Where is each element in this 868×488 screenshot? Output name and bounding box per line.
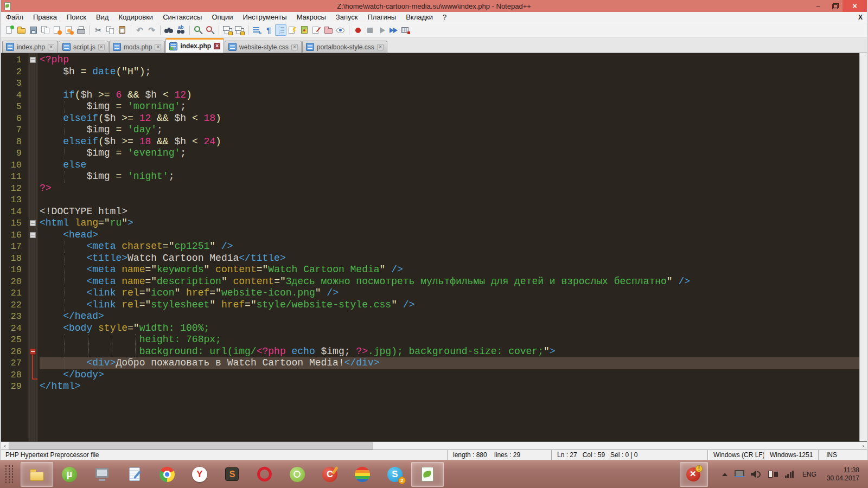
horizontal-scrollbar[interactable]: ‹ ›	[1, 441, 867, 450]
code-area[interactable]: <?php $h = date("H"); if($h >= 6 && $h <…	[38, 53, 859, 441]
open-file-icon[interactable]	[16, 24, 27, 36]
taskbar-notepad[interactable]	[118, 462, 151, 487]
taskbar-notepad-plus-plus[interactable]	[411, 462, 444, 487]
restore-button[interactable]	[826, 0, 843, 12]
menu-item-8[interactable]: Инструменты	[238, 12, 292, 23]
menu-item-3[interactable]: Поиск	[62, 12, 91, 23]
code-line-2[interactable]: $h = date("H");	[40, 66, 859, 78]
volume-icon[interactable]	[751, 470, 762, 479]
fold-marker[interactable]	[30, 232, 36, 238]
code-line-12[interactable]: ?>	[40, 183, 859, 195]
tab-close-icon[interactable]: ×	[98, 44, 105, 50]
code-line-9[interactable]: $img = 'evening';	[40, 147, 859, 159]
keyboard-language[interactable]: ENG	[802, 471, 816, 478]
menu-item-11[interactable]: Плагины	[363, 12, 401, 23]
menu-item-7[interactable]: Опции	[207, 12, 238, 23]
paste-icon[interactable]	[117, 24, 128, 36]
code-line-5[interactable]: $img = 'morning';	[40, 101, 859, 113]
zoom-in-icon[interactable]	[193, 24, 204, 36]
show-all-characters-icon[interactable]	[263, 24, 275, 36]
scroll-left-arrow-icon[interactable]: ‹	[1, 442, 9, 449]
tab-script.js[interactable]: script.js×	[59, 41, 108, 53]
zoom-out-icon[interactable]	[205, 24, 216, 36]
tab-website-style.css[interactable]: website-style.css×	[225, 41, 302, 53]
antivirus-alert-button[interactable]: !	[680, 462, 708, 487]
code-line-10[interactable]: else	[40, 159, 859, 171]
taskbar-clock[interactable]: 11:38 30.04.2017	[827, 466, 859, 483]
menu-item-1[interactable]: Файл	[1, 12, 28, 23]
menu-item-13[interactable]: ?	[438, 12, 451, 23]
function-list-icon[interactable]	[287, 24, 298, 36]
document-map-icon[interactable]	[299, 24, 310, 36]
code-line-1[interactable]: <?php	[40, 54, 859, 66]
taskbar-sublime-text[interactable]: S	[216, 462, 248, 487]
code-line-3[interactable]	[40, 78, 859, 89]
undo-icon[interactable]	[134, 24, 145, 36]
tab-close-icon[interactable]: ×	[291, 44, 298, 50]
close-button[interactable]: ×	[843, 0, 867, 12]
redo-icon[interactable]	[146, 24, 157, 36]
code-line-7[interactable]: $img = 'day';	[40, 124, 859, 136]
scroll-right-arrow-icon[interactable]: ›	[859, 442, 867, 449]
code-line-24[interactable]: <body style="width: 100%;	[40, 323, 859, 335]
menu-item-5[interactable]: Кодировки	[113, 12, 158, 23]
taskbar-android-studio[interactable]	[281, 462, 314, 487]
vertical-scrollbar[interactable]	[859, 53, 867, 441]
code-line-26[interactable]: background: url(img/<?php echo $img; ?>.…	[40, 346, 859, 358]
network-signal-icon[interactable]	[784, 470, 795, 479]
macro-stop-icon[interactable]	[364, 24, 375, 36]
sync-vertical-icon[interactable]	[222, 24, 233, 36]
sync-horizontal-icon[interactable]	[234, 24, 245, 36]
find-icon[interactable]	[163, 24, 175, 36]
copy-icon[interactable]	[105, 24, 116, 36]
fold-marker[interactable]	[30, 220, 36, 226]
menu-item-4[interactable]: Вид	[91, 12, 114, 23]
indent-guide-icon[interactable]	[275, 24, 286, 36]
code-line-25[interactable]: height: 768px;	[40, 334, 859, 346]
code-line-13[interactable]	[40, 194, 859, 206]
taskbar-chrome[interactable]	[151, 462, 183, 487]
code-line-18[interactable]: <title>Watch Cartoon Media</title>	[40, 253, 859, 265]
tab-mods.php[interactable]: mods.php×	[109, 41, 165, 53]
code-line-16[interactable]: <head>	[40, 229, 859, 241]
taskbar-rainbow-app[interactable]	[346, 462, 379, 487]
menu-item-9[interactable]: Макросы	[292, 12, 331, 23]
menu-item-6[interactable]: Синтаксисы	[158, 12, 207, 23]
code-line-19[interactable]: <meta name="keywords" content="Watch Car…	[40, 264, 859, 276]
tab-close-icon[interactable]: ×	[48, 44, 54, 50]
horizontal-scrollbar-thumb[interactable]	[9, 442, 373, 450]
document-list-icon[interactable]	[311, 24, 322, 36]
print-icon[interactable]	[75, 24, 87, 36]
save-icon[interactable]	[28, 24, 39, 36]
code-line-29[interactable]: </html>	[40, 381, 859, 393]
minimize-button[interactable]: –	[810, 0, 826, 12]
word-wrap-icon[interactable]	[251, 24, 263, 36]
pen-battery-icon[interactable]	[768, 470, 778, 479]
code-line-27[interactable]: <div>Добро пожаловать в Watch Cartoon Me…	[40, 357, 859, 369]
new-file-icon[interactable]	[4, 24, 15, 36]
taskbar-yandex-browser[interactable]: Y	[183, 462, 216, 487]
tab-close-icon[interactable]: ×	[377, 44, 384, 50]
code-line-15[interactable]: <html lang="ru">	[40, 217, 859, 229]
taskbar-opera[interactable]	[248, 462, 281, 487]
title-bar[interactable]: Z:\home\watch-cartoon-media.su\www\index…	[1, 0, 867, 12]
cut-icon[interactable]	[93, 24, 104, 36]
display-icon[interactable]	[734, 470, 745, 479]
fold-marker[interactable]	[30, 57, 36, 63]
hidden-icons-arrow-icon[interactable]	[722, 470, 728, 479]
code-line-11[interactable]: $img = 'night';	[40, 171, 859, 183]
code-line-6[interactable]: elseif($h >= 12 && $h < 18)	[40, 113, 859, 125]
close-file-icon[interactable]	[52, 24, 63, 36]
code-line-8[interactable]: elseif($h >= 18 && $h < 24)	[40, 136, 859, 148]
tab-index.php[interactable]: index.php×	[165, 38, 224, 53]
macro-play-icon[interactable]	[376, 24, 387, 36]
code-line-21[interactable]: <link rel="icon" href="website-icon.png"…	[40, 287, 859, 299]
replace-icon[interactable]	[175, 24, 187, 36]
taskbar-system-monitor[interactable]	[86, 462, 118, 487]
macro-save-icon[interactable]	[400, 24, 411, 36]
tab-close-icon[interactable]: ×	[155, 44, 161, 50]
code-line-17[interactable]: <meta charset="cp1251" />	[40, 241, 859, 253]
menubar-close-icon[interactable]: X	[858, 14, 863, 21]
fold-marker[interactable]	[30, 349, 36, 355]
taskbar-file-explorer[interactable]	[21, 462, 53, 487]
